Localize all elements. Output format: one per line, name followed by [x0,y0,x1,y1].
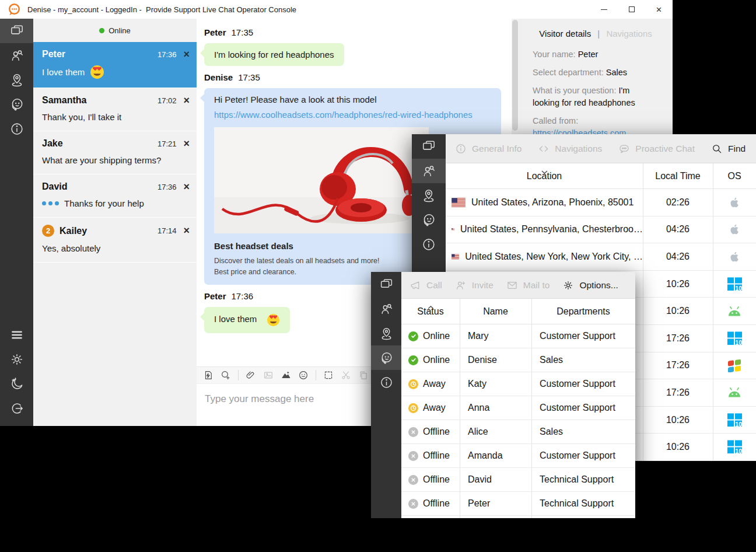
operator-row[interactable]: Away Katy Customer Support [401,372,635,396]
sidebar-item-chats[interactable] [0,19,33,43]
window-title: Denise - my_account - LoggedIn - Provide… [27,5,296,14]
column-header-local-time[interactable]: Local Time [643,171,713,181]
chat-list-item-peter[interactable]: Peter 17:36 × I love them [33,42,197,88]
status-offline-icon [408,427,418,437]
canned-responses-icon[interactable] [203,370,214,380]
visitor-row[interactable]: United States, Arizona, Phoenix, 85001 0… [446,189,756,216]
status-offline-icon [408,499,418,509]
sidebar-item-geo-location[interactable] [0,68,33,92]
envelope-icon [506,280,518,291]
chats-icon [379,277,394,292]
minimize-button[interactable] [590,0,618,19]
chat-list-item-kailey[interactable]: 2 Kailey 17:14 × Yes, absolutely [33,218,197,263]
sidebar-item-visitors[interactable] [412,159,446,183]
select-area-icon[interactable] [323,370,334,380]
operator-row[interactable]: Offline David Technical Support [401,468,635,492]
toolbar-find[interactable]: Find [711,143,746,155]
attach-file-icon[interactable] [246,370,256,380]
operator-status-bar[interactable]: Online [33,19,197,42]
sidebar-item-night-mode[interactable] [0,372,33,396]
chat-list-item-david[interactable]: David 17:36 × Thanks for your help [33,174,197,218]
copy-icon[interactable] [358,370,369,380]
message-author: Peter [204,291,226,301]
column-header-os[interactable]: OS [713,171,756,181]
sidebar-item-operators[interactable] [371,345,401,370]
sidebar-item-geo-location[interactable] [371,321,401,345]
sidebar-item-operators[interactable] [412,208,446,232]
close-chat-icon[interactable]: × [183,226,190,235]
scrollbar-thumb[interactable] [512,20,518,131]
sidebar-item-geo-location[interactable] [412,183,446,208]
sidebar-item-info[interactable] [412,232,446,257]
chat-list-item-samantha[interactable]: Samantha 17:02 × Thank you, I'll take it [33,88,197,131]
toolbar-proactive-chat[interactable]: Proactive Chat [618,143,695,155]
visitor-row[interactable]: United States, New York, New York City, … [446,243,756,271]
chat-list-item-jake[interactable]: Jake 17:21 × What are your shipping term… [33,131,197,174]
sidebar-item-chats[interactable] [412,134,446,159]
operator-department: Technical Support [531,474,635,485]
tab-visitor-details[interactable]: Visitor details [539,29,591,39]
column-divider [531,299,532,518]
sidebar-item-visitors[interactable] [0,43,33,68]
sidebar-item-operators[interactable] [0,92,33,117]
megaphone-icon [410,280,421,291]
close-chat-icon[interactable]: × [183,139,190,148]
add-canned-response-icon[interactable] [220,370,231,380]
night-mode-icon [9,376,24,392]
visitor-local-time: 17:26 [643,333,713,344]
sidebar-item-info[interactable] [371,370,401,394]
unread-count-badge: 2 [42,225,54,237]
close-chat-icon[interactable]: × [183,182,190,191]
us-flag-icon [452,225,454,234]
operator-row[interactable]: Away Anna Customer Support [401,396,635,420]
send-screenshot-icon[interactable] [281,370,291,380]
column-header-status[interactable]: Status [401,306,460,317]
column-header-departments[interactable]: Departments [531,306,635,317]
toolbar-label: Find [728,144,746,154]
toolbar-navigations[interactable]: Navigations [538,143,602,155]
tab-separator: | [597,29,600,39]
operator-row[interactable]: Offline Peter Technical Support [401,492,635,516]
toolbar-invite[interactable]: Invite [455,280,494,291]
emoji-icon[interactable] [298,370,309,380]
visitor-row[interactable]: United States, Pennsylvania, Chesterbroo… [446,216,756,244]
sidebar-item-info[interactable] [0,117,33,141]
close-chat-icon[interactable]: × [183,96,190,105]
logout-icon [9,401,24,416]
column-header-name[interactable]: Name [460,306,531,317]
us-flag-icon [452,252,459,261]
sidebar-item-visitors[interactable] [371,296,401,321]
operator-row[interactable]: Online Denise Sales [401,348,635,372]
operator-row[interactable]: Online Mary Customer Support [401,324,635,348]
tab-navigations[interactable]: Navigations [606,29,652,39]
operators-table-header: Status Name Departments [401,299,635,324]
main-sidebar [0,19,33,426]
toolbar-options[interactable]: Options... [562,280,618,291]
toolbar-call[interactable]: Call [410,280,442,291]
windows-legacy-icon [727,358,742,372]
insert-image-icon[interactable] [263,370,274,380]
cut-icon[interactable] [341,370,351,380]
titlebar[interactable]: Denise - my_account - LoggedIn - Provide… [0,0,673,19]
close-button[interactable]: × [645,0,673,19]
operator-row[interactable]: Offline Amanda Customer Support [401,444,635,468]
visitor-location: United States, Pennsylvania, Chesterbroo… [460,224,643,235]
column-divider [643,163,643,461]
toolbar-mail-to[interactable]: Mail to [506,280,550,291]
toolbar-general-info[interactable]: General Info [455,143,522,155]
operator-row[interactable]: Offline Alice Sales [401,420,635,444]
sidebar-item-logout[interactable] [0,396,33,421]
sidebar-item-menu[interactable] [0,323,33,347]
us-flag-icon [452,198,466,207]
close-chat-icon[interactable]: × [183,50,190,59]
maximize-button[interactable] [618,0,645,19]
message-link[interactable]: https://www.coolheadsets.com/headphones/… [214,110,491,120]
chat-name: Samantha [42,95,86,106]
info-circle-icon [455,143,467,155]
sidebar-item-settings[interactable] [0,347,33,372]
sidebar-item-chats[interactable] [371,272,401,296]
info-icon [379,375,394,390]
column-header-location[interactable]: Location [446,171,643,181]
status-offline-icon [408,475,418,485]
code-brackets-icon [538,143,550,155]
